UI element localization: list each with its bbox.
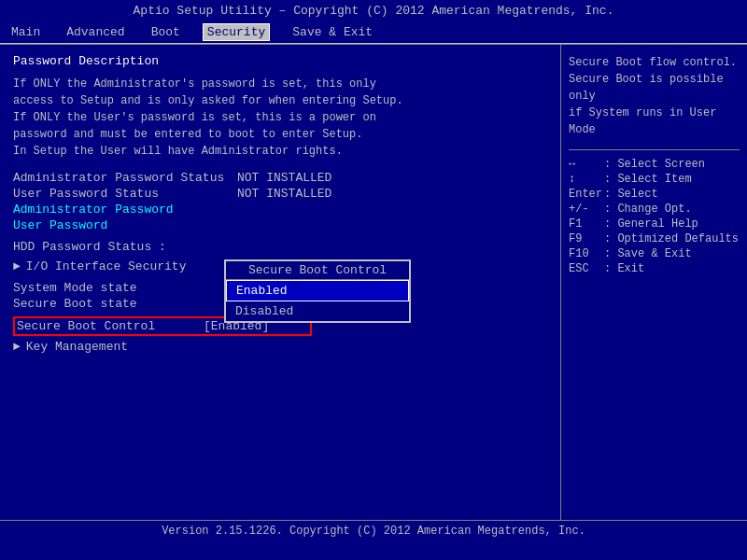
io-interface-label: I/O Interface Security bbox=[26, 259, 187, 273]
key-desc: : Select bbox=[604, 188, 658, 201]
key-label: +/- bbox=[569, 203, 604, 216]
description-line: access to Setup and is only asked for wh… bbox=[13, 92, 547, 109]
divider bbox=[569, 149, 740, 150]
help-text-line: Secure Boot is possible only bbox=[569, 71, 740, 105]
status-value: NOT INSTALLED bbox=[237, 187, 331, 201]
help-text-line: Secure Boot flow control. bbox=[569, 54, 740, 71]
system-row-label: Secure Boot state bbox=[13, 297, 237, 311]
popup-title: Secure Boot Control bbox=[226, 261, 409, 280]
key-desc: : General Help bbox=[604, 217, 698, 231]
key-label: ↔ bbox=[569, 158, 604, 171]
key-desc: : Select Item bbox=[604, 173, 692, 186]
section-title: Password Description bbox=[13, 54, 547, 68]
secure-boot-label: Secure Boot Control bbox=[17, 319, 204, 333]
popup-option-enabled[interactable]: Enabled bbox=[226, 280, 409, 301]
popup-option-disabled[interactable]: Disabled bbox=[226, 301, 409, 321]
hdd-status-text: HDD Password Status : bbox=[13, 240, 166, 254]
key-desc: : Optimized Defaults bbox=[604, 232, 739, 245]
status-value: NOT INSTALLED bbox=[237, 171, 331, 185]
main-content: Password Description If ONLY the Adminis… bbox=[0, 44, 747, 520]
status-row: User Password StatusNOT INSTALLED bbox=[13, 187, 547, 201]
key-help-row: +/-: Change Opt. bbox=[569, 203, 740, 216]
key-help: ↔: Select Screen↕: Select ItemEnter: Sel… bbox=[569, 158, 740, 275]
description-line: If ONLY the User's password is set, this… bbox=[13, 109, 547, 126]
footer: Version 2.15.1226. Copyright (C) 2012 Am… bbox=[0, 520, 747, 542]
description-line: If ONLY the Administrator's password is … bbox=[13, 76, 547, 92]
menu-item-main[interactable]: Main bbox=[7, 24, 44, 40]
key-label: Enter bbox=[569, 188, 604, 201]
key-help-row: F10: Save & Exit bbox=[569, 247, 740, 260]
popup-options: EnabledDisabled bbox=[226, 280, 409, 321]
menu-item-save-and-exit[interactable]: Save & Exit bbox=[289, 24, 376, 40]
key-help-row: ↔: Select Screen bbox=[569, 158, 740, 171]
menu-bar: MainAdvancedBootSecuritySave & Exit bbox=[0, 21, 747, 44]
popup-dialog: Secure Boot Control EnabledDisabled bbox=[224, 259, 411, 323]
title-text: Aptio Setup Utility – Copyright (C) 2012… bbox=[134, 4, 614, 18]
status-rows: Administrator Password StatusNOT INSTALL… bbox=[13, 171, 547, 201]
key-help-row: ESC: Exit bbox=[569, 262, 740, 275]
key-help-row: ↕: Select Item bbox=[569, 173, 740, 186]
description-text: If ONLY the Administrator's password is … bbox=[13, 76, 547, 160]
footer-text: Version 2.15.1226. Copyright (C) 2012 Am… bbox=[162, 525, 585, 538]
key-label: ESC bbox=[569, 262, 604, 275]
status-label: User Password Status bbox=[13, 187, 237, 201]
status-label: Administrator Password Status bbox=[13, 171, 237, 185]
key-help-row: F1: General Help bbox=[569, 217, 740, 231]
status-row: Administrator Password StatusNOT INSTALL… bbox=[13, 171, 547, 185]
menu-item-boot[interactable]: Boot bbox=[148, 24, 184, 40]
io-arrow-icon: ► bbox=[13, 259, 21, 273]
key-desc: : Change Opt. bbox=[604, 203, 692, 216]
key-desc: : Select Screen bbox=[604, 158, 705, 171]
title-bar: Aptio Setup Utility – Copyright (C) 2012… bbox=[0, 0, 747, 21]
key-mgmt-arrow-icon: ► bbox=[13, 340, 21, 354]
key-label: F9 bbox=[569, 232, 604, 245]
key-label: F10 bbox=[569, 247, 604, 260]
key-management-label: Key Management bbox=[26, 340, 128, 354]
menu-item-security[interactable]: Security bbox=[203, 23, 270, 41]
key-desc: : Exit bbox=[604, 262, 644, 275]
right-panel: Secure Boot flow control.Secure Boot is … bbox=[560, 45, 747, 520]
help-text: Secure Boot flow control.Secure Boot is … bbox=[569, 54, 740, 138]
description-line: password and must be entered to boot to … bbox=[13, 126, 547, 143]
key-label: ↕ bbox=[569, 173, 604, 186]
key-help-row: Enter: Select bbox=[569, 188, 740, 201]
key-desc: : Save & Exit bbox=[604, 247, 692, 260]
key-help-row: F9: Optimized Defaults bbox=[569, 232, 740, 245]
key-label: F1 bbox=[569, 217, 604, 231]
key-management-item[interactable]: ► Key Management bbox=[13, 340, 547, 354]
menu-item-advanced[interactable]: Advanced bbox=[63, 24, 128, 40]
system-row-label: System Mode state bbox=[13, 281, 237, 295]
user-password-link[interactable]: User Password bbox=[13, 218, 547, 232]
left-panel: Password Description If ONLY the Adminis… bbox=[0, 45, 560, 520]
admin-password-link[interactable]: Administrator Password bbox=[13, 203, 547, 217]
help-text-line: if System runs in User Mode bbox=[569, 105, 740, 138]
description-line: In Setup the User will have Administrato… bbox=[13, 143, 547, 160]
hdd-status-row: HDD Password Status : bbox=[13, 240, 547, 254]
